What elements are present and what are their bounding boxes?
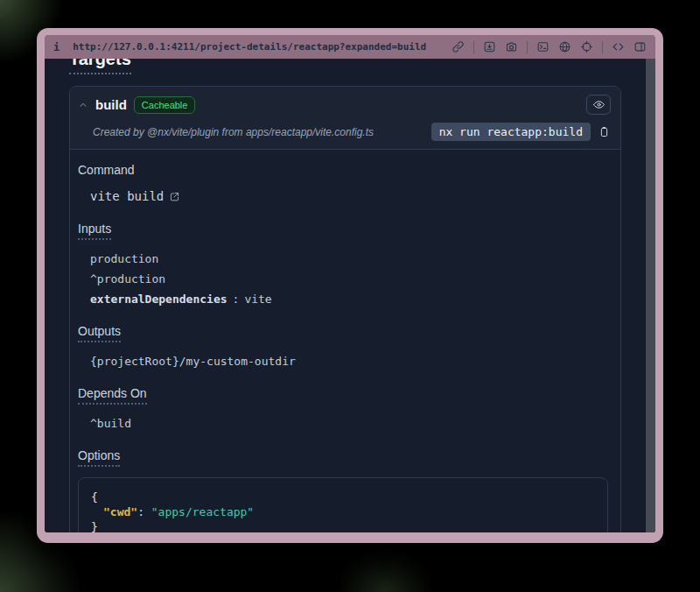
toolbar-actions	[452, 40, 647, 53]
options-label[interactable]: Options	[78, 448, 120, 467]
view-in-graph-button[interactable]	[586, 95, 611, 115]
section-outputs: Outputs {projectRoot}/my-custom-outdir	[78, 323, 608, 370]
json-value: "apps/reactapp"	[151, 505, 254, 518]
code-icon[interactable]	[612, 40, 625, 53]
command-value: vite build	[90, 189, 164, 203]
json-open-brace: {	[91, 490, 595, 504]
chevron-up-icon[interactable]	[78, 100, 88, 110]
terminal-icon[interactable]	[536, 40, 550, 53]
input-separator: :	[233, 291, 240, 307]
json-property: "cwd": "apps/reactapp"	[91, 504, 595, 519]
cacheable-badge: Cacheable	[134, 96, 196, 114]
link-icon[interactable]	[452, 40, 465, 53]
copy-command-button[interactable]	[598, 125, 611, 138]
download-icon[interactable]	[483, 40, 496, 53]
project-details-content: Targets build Cacheable	[69, 59, 621, 532]
input-value: vite	[244, 291, 271, 307]
toolbar-separator	[473, 41, 474, 53]
camera-icon[interactable]	[505, 40, 518, 53]
toolbar-separator	[602, 41, 603, 53]
targets-heading: Targets	[69, 59, 131, 74]
command-label: Command	[78, 163, 135, 177]
crosshair-icon[interactable]	[580, 40, 593, 53]
browser-toolbar: i http://127.0.0.1:4211/project-details/…	[45, 35, 655, 59]
build-card-header[interactable]: build Cacheable Created by @nx/vite/plug…	[70, 87, 620, 150]
external-link-icon[interactable]	[169, 191, 180, 202]
input-key: externalDependencies	[90, 291, 228, 307]
sidebar-icon[interactable]	[634, 40, 647, 53]
outputs-label[interactable]: Outputs	[78, 324, 121, 342]
options-json-block: { "cwd": "apps/reactapp" }	[78, 477, 608, 532]
input-item: production	[90, 250, 608, 267]
clipboard-icon	[598, 125, 611, 138]
json-close-brace: }	[91, 519, 595, 532]
json-colon: :	[137, 505, 151, 518]
section-command: Command vite build	[78, 162, 608, 205]
eye-icon	[592, 98, 606, 111]
section-inputs: Inputs production ^production externalDe…	[78, 221, 608, 307]
target-card-build: build Cacheable Created by @nx/vite/plug…	[69, 86, 621, 532]
vertical-scrollbar[interactable]	[646, 59, 655, 532]
input-item: externalDependencies: vite	[90, 291, 608, 307]
page-viewport: Targets build Cacheable	[45, 59, 655, 532]
output-item: {projectRoot}/my-custom-outdir	[90, 353, 608, 370]
browser-window: i http://127.0.0.1:4211/project-details/…	[37, 28, 663, 543]
inputs-label[interactable]: Inputs	[78, 222, 111, 240]
json-key: "cwd"	[103, 505, 137, 518]
desktop-background: { "browser_bar": { "info_icon": "i", "ur…	[0, 0, 700, 592]
info-icon[interactable]: i	[53, 41, 60, 53]
globe-icon[interactable]	[558, 40, 571, 53]
section-depends-on: Depends On ^build	[78, 385, 608, 432]
created-by-text: Created by @nx/vite/plugin from apps/rea…	[93, 126, 374, 138]
depends-on-label[interactable]: Depends On	[78, 386, 147, 405]
build-card-body: Command vite build Inputs production ^pr…	[70, 150, 620, 532]
url-address[interactable]: http://127.0.0.1:4211/project-details/re…	[73, 41, 426, 53]
section-options: Options { "cwd": "apps/reactapp" }	[78, 448, 608, 532]
toolbar-separator	[527, 41, 528, 53]
dependency-item: ^build	[90, 415, 608, 432]
input-item: ^production	[90, 271, 608, 287]
target-name: build	[95, 97, 127, 112]
run-command-chip: nx run reactapp:build	[431, 123, 591, 141]
